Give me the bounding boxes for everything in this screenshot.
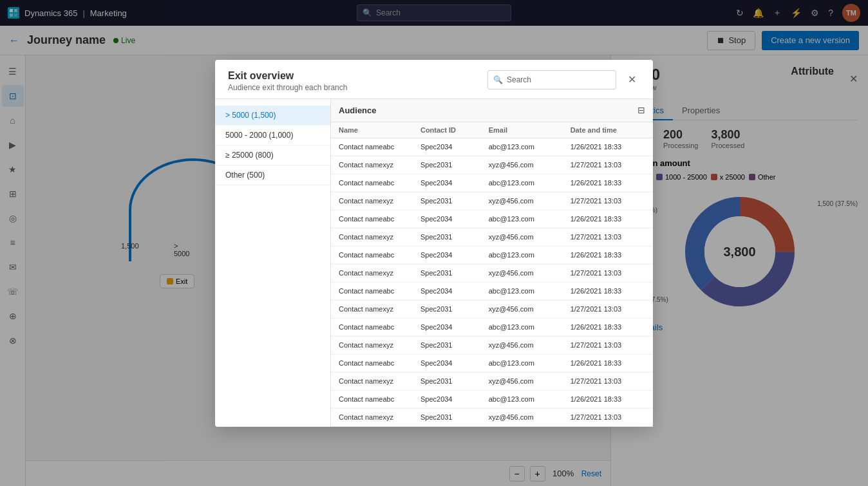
- modal-header-right: 🔍 Search ✕: [487, 70, 640, 89]
- cell-contact: Spec2034: [420, 143, 489, 151]
- modal-subtitle: Audience exit through each branch: [228, 83, 347, 92]
- column-headers: Name Contact ID Email Date and time: [331, 122, 653, 138]
- audience-header: Audience: [339, 106, 637, 115]
- cell-email: abc@123.com: [489, 323, 571, 331]
- cell-date: 1/26/2021 18:33: [571, 215, 645, 223]
- cell-name: Contact namexyz: [339, 341, 420, 349]
- cell-email: abc@123.com: [489, 287, 571, 295]
- cell-email: xyz@456.com: [489, 161, 571, 169]
- cell-date: 1/27/2021 13:03: [571, 377, 645, 385]
- cell-contact: Spec2031: [420, 233, 489, 241]
- column-settings-icon[interactable]: ⊟: [637, 105, 645, 115]
- cell-name: Contact nameabc: [339, 251, 420, 259]
- cell-contact: Spec2031: [420, 413, 489, 421]
- cell-contact: Spec2034: [420, 323, 489, 331]
- cell-date: 1/27/2021 13:03: [571, 341, 645, 349]
- cell-email: abc@123.com: [489, 251, 571, 259]
- cell-name: Contact nameabc: [339, 179, 420, 187]
- cell-date: 1/27/2021 13:03: [571, 233, 645, 241]
- cell-name: Contact namexyz: [339, 413, 420, 421]
- cell-name: Contact namexyz: [339, 233, 420, 241]
- cell-name: Contact nameabc: [339, 395, 420, 403]
- table-row: Contact nameabc Spec2034 abc@123.com 1/2…: [331, 210, 653, 229]
- table-row: Contact namexyz Spec2031 xyz@456.com 1/2…: [331, 337, 653, 355]
- modal-search-box[interactable]: 🔍 Search: [487, 70, 616, 89]
- cell-contact: Spec2034: [420, 215, 489, 223]
- cell-email: xyz@456.com: [489, 233, 571, 241]
- cell-contact: Spec2031: [420, 341, 489, 349]
- table-row: Contact namexyz Spec2031 xyz@456.com 1/2…: [331, 409, 653, 427]
- cell-name: Contact namexyz: [339, 161, 420, 169]
- table-row: Contact namexyz Spec2031 xyz@456.com 1/2…: [331, 192, 653, 210]
- table-body: Contact nameabc Spec2034 abc@123.com 1/2…: [331, 138, 653, 427]
- cell-contact: Spec2031: [420, 197, 489, 205]
- modal-header-content: Exit overview Audience exit through each…: [228, 70, 347, 92]
- cell-email: abc@123.com: [489, 215, 571, 223]
- table-header: Audience ⊟: [331, 99, 653, 122]
- cell-date: 1/26/2021 18:33: [571, 179, 645, 187]
- modal-header: Exit overview Audience exit through each…: [215, 60, 653, 99]
- cell-contact: Spec2034: [420, 251, 489, 259]
- cell-date: 1/27/2021 13:03: [571, 161, 645, 169]
- audience-table: Audience ⊟ Name Contact ID Email Date an…: [331, 99, 653, 427]
- table-row: Contact namexyz Spec2031 xyz@456.com 1/2…: [331, 301, 653, 319]
- cell-date: 1/26/2021 18:33: [571, 323, 645, 331]
- branch-item-0[interactable]: > 5000 (1,500): [215, 106, 330, 126]
- cell-name: Contact nameabc: [339, 143, 420, 151]
- table-row: Contact namexyz Spec2031 xyz@456.com 1/2…: [331, 229, 653, 247]
- modal-title: Exit overview: [228, 70, 347, 82]
- cell-contact: Spec2034: [420, 287, 489, 295]
- cell-date: 1/26/2021 18:33: [571, 287, 645, 295]
- cell-date: 1/27/2021 13:03: [571, 269, 645, 277]
- modal-close-button[interactable]: ✕: [624, 72, 640, 87]
- cell-contact: Spec2034: [420, 179, 489, 187]
- table-row: Contact nameabc Spec2034 abc@123.com 1/2…: [331, 391, 653, 409]
- modal-body: > 5000 (1,500) 5000 - 2000 (1,000) ≥ 250…: [215, 99, 653, 427]
- table-row: Contact nameabc Spec2034 abc@123.com 1/2…: [331, 138, 653, 156]
- modal-overlay: Exit overview Audience exit through each…: [0, 0, 868, 486]
- cell-date: 1/26/2021 18:33: [571, 251, 645, 259]
- cell-email: xyz@456.com: [489, 305, 571, 313]
- cell-date: 1/27/2021 13:03: [571, 413, 645, 421]
- cell-contact: Spec2031: [420, 305, 489, 313]
- branch-list: > 5000 (1,500) 5000 - 2000 (1,000) ≥ 250…: [215, 99, 331, 427]
- cell-contact: Spec2031: [420, 377, 489, 385]
- cell-contact: Spec2034: [420, 359, 489, 367]
- table-row: Contact namexyz Spec2031 xyz@456.com 1/2…: [331, 156, 653, 174]
- cell-name: Contact namexyz: [339, 305, 420, 313]
- cell-name: Contact namexyz: [339, 197, 420, 205]
- cell-date: 1/26/2021 18:33: [571, 143, 645, 151]
- modal-search-icon: 🔍: [493, 75, 503, 84]
- cell-email: xyz@456.com: [489, 413, 571, 421]
- cell-name: Contact nameabc: [339, 215, 420, 223]
- cell-email: xyz@456.com: [489, 197, 571, 205]
- cell-contact: Spec2031: [420, 161, 489, 169]
- table-row: Contact nameabc Spec2034 abc@123.com 1/2…: [331, 247, 653, 265]
- cell-email: abc@123.com: [489, 179, 571, 187]
- cell-date: 1/27/2021 13:03: [571, 305, 645, 313]
- branch-item-1[interactable]: 5000 - 2000 (1,000): [215, 126, 330, 145]
- cell-name: Contact nameabc: [339, 359, 420, 367]
- table-row: Contact nameabc Spec2034 abc@123.com 1/2…: [331, 355, 653, 373]
- cell-email: abc@123.com: [489, 143, 571, 151]
- table-row: Contact namexyz Spec2031 xyz@456.com 1/2…: [331, 373, 653, 391]
- col-header-date: Date and time: [571, 126, 645, 134]
- branch-item-2[interactable]: ≥ 25000 (800): [215, 145, 330, 165]
- cell-contact: Spec2034: [420, 395, 489, 403]
- exit-overview-modal: Exit overview Audience exit through each…: [215, 60, 653, 427]
- table-row: Contact nameabc Spec2034 abc@123.com 1/2…: [331, 319, 653, 337]
- cell-date: 1/26/2021 18:33: [571, 359, 645, 367]
- cell-name: Contact nameabc: [339, 287, 420, 295]
- cell-name: Contact namexyz: [339, 377, 420, 385]
- col-header-email: Email: [489, 126, 571, 134]
- cell-email: xyz@456.com: [489, 341, 571, 349]
- cell-name: Contact namexyz: [339, 269, 420, 277]
- branch-item-3[interactable]: Other (500): [215, 165, 330, 185]
- modal-search-placeholder: Search: [507, 75, 531, 84]
- table-row: Contact nameabc Spec2034 abc@123.com 1/2…: [331, 174, 653, 192]
- cell-name: Contact nameabc: [339, 323, 420, 331]
- cell-email: abc@123.com: [489, 395, 571, 403]
- cell-date: 1/27/2021 13:03: [571, 197, 645, 205]
- cell-email: xyz@456.com: [489, 269, 571, 277]
- cell-email: xyz@456.com: [489, 377, 571, 385]
